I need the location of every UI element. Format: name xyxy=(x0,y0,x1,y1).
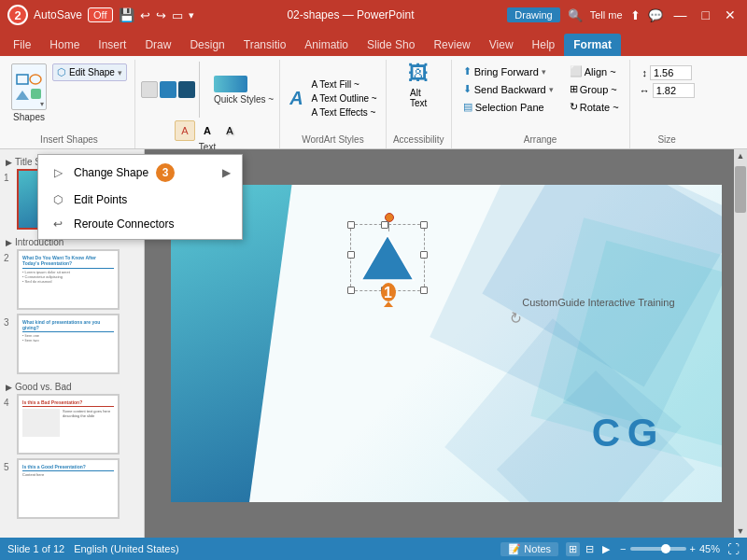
size-content: ↕ ↔ xyxy=(636,62,698,134)
slide-img-4[interactable]: Is this a Bad Presentation? Some content… xyxy=(17,394,120,455)
handle-top-right[interactable] xyxy=(420,221,428,229)
dropdown-edit-points[interactable]: ⬡ Edit Points xyxy=(38,188,242,212)
insert-shapes-content: ▾ Shapes ⬡ Edit Shape ▾ xyxy=(9,62,129,134)
qs-swatch-main[interactable] xyxy=(214,76,247,92)
rotate-btn[interactable]: ↻Rotate ~ xyxy=(567,99,622,115)
tab-insert[interactable]: Insert xyxy=(89,34,135,56)
send-backward-arrow[interactable]: ▾ xyxy=(549,85,554,94)
tab-format[interactable]: Format xyxy=(564,34,621,56)
handle-bot-right[interactable] xyxy=(420,287,428,294)
shapes-icon[interactable]: ▾ xyxy=(11,63,47,110)
search-label[interactable]: Tell me xyxy=(590,9,623,21)
align-btn[interactable]: ⬜Align ~ xyxy=(567,63,622,79)
handle-top-left[interactable] xyxy=(347,221,355,229)
slide-thumb-2[interactable]: 2 What Do You Want To Know After Today's… xyxy=(4,249,140,310)
text-outline-btn[interactable]: A xyxy=(197,120,218,141)
maximize-btn[interactable]: □ xyxy=(698,7,713,22)
undo-icon[interactable]: ↩ xyxy=(140,8,150,22)
dropdown-change-shape[interactable]: ▷ Change Shape 3 ▶ xyxy=(38,158,242,188)
selection-pane-btn[interactable]: ▤ Selection Pane xyxy=(459,99,557,115)
autosave-badge[interactable]: 2 xyxy=(7,5,28,25)
autosave-toggle[interactable]: Off xyxy=(88,7,112,22)
slide-thumb-4[interactable]: 4 Is this a Bad Presentation? Some conte… xyxy=(4,394,140,455)
fit-btn[interactable]: ⛶ xyxy=(727,542,740,556)
scroll-up-btn[interactable]: ▲ xyxy=(734,149,747,162)
text-effects-wordart-btn[interactable]: A Text Effects ~ xyxy=(309,106,380,119)
change-shape-icon: ▷ xyxy=(49,166,66,179)
view-normal-btn[interactable]: ⊞ xyxy=(566,542,580,556)
zoom-slider[interactable] xyxy=(630,547,686,551)
redo-icon[interactable]: ↪ xyxy=(156,8,166,22)
alt-text-btn[interactable]: 🖼 AltText xyxy=(408,62,429,108)
minimize-btn[interactable]: — xyxy=(670,7,691,22)
tab-animations[interactable]: Animatio xyxy=(295,34,358,56)
tab-home[interactable]: Home xyxy=(40,34,89,56)
arrange-col1: ⬆ Bring Forward ▾ ⬇ Send Backward ▾ ▤ Se… xyxy=(459,63,557,115)
slide-thumb-3[interactable]: 3 What kind of presentations are you giv… xyxy=(4,314,140,374)
tab-help[interactable]: Help xyxy=(523,34,565,56)
section-chevron-1: ▶ xyxy=(6,158,12,167)
height-input[interactable] xyxy=(650,65,692,80)
style-swatches: Quick Styles ~ xyxy=(141,62,274,118)
scroll-thumb[interactable] xyxy=(735,166,746,213)
tab-transitions[interactable]: Transitio xyxy=(234,34,296,56)
search-icon[interactable]: 🔍 xyxy=(568,8,583,22)
text-fill-wordart-btn[interactable]: A Text Fill ~ xyxy=(309,78,380,91)
shapes-button[interactable]: ▾ Shapes xyxy=(11,63,47,122)
slide-img-2[interactable]: What Do You Want To Know After Today's P… xyxy=(17,249,120,310)
slide-img-3[interactable]: What kind of presentations are you givin… xyxy=(17,314,120,374)
swatch-3[interactable] xyxy=(178,81,195,98)
tab-file[interactable]: File xyxy=(4,34,40,56)
dropdown-reroute[interactable]: ↩ Reroute Connectors xyxy=(38,212,242,236)
text-styles-group: A A A Text xyxy=(175,120,240,152)
text-fill-btn[interactable]: A xyxy=(175,120,195,141)
group-btn[interactable]: ⊞Group ~ xyxy=(567,81,622,97)
tab-design[interactable]: Design xyxy=(180,34,233,56)
bring-forward-btn[interactable]: ⬆ Bring Forward ▾ xyxy=(459,63,557,79)
ribbon-group-insert-shapes: ▾ Shapes ⬡ Edit Shape ▾ Insert Shapes xyxy=(4,60,135,148)
tab-draw[interactable]: Draw xyxy=(135,34,180,56)
s4-content: Some content text goes here describing t… xyxy=(22,409,114,437)
swatch-1[interactable] xyxy=(141,81,158,98)
text-effect-btn[interactable]: A xyxy=(219,120,240,141)
notes-label: Notes xyxy=(524,543,551,554)
handle-mid-right[interactable] xyxy=(420,251,428,259)
view-present-btn[interactable]: ▶ xyxy=(599,542,613,556)
tab-review[interactable]: Review xyxy=(424,34,479,56)
slide-canvas: 1 CustomGuide Interactive Training C G xyxy=(171,185,722,502)
close-btn[interactable]: ✕ xyxy=(721,7,740,22)
tab-view[interactable]: View xyxy=(480,34,523,56)
slide-num-1: 1 xyxy=(4,169,13,183)
width-input[interactable] xyxy=(653,83,695,98)
handle-bot-left[interactable] xyxy=(347,287,355,294)
quick-styles-label[interactable]: Quick Styles ~ xyxy=(214,94,274,105)
vertical-scrollbar[interactable]: ▲ ▼ xyxy=(734,149,747,538)
handle-top-mid[interactable] xyxy=(381,221,388,229)
tab-slideshow[interactable]: Slide Sho xyxy=(358,34,424,56)
text-outline-wordart-btn[interactable]: A Text Outline ~ xyxy=(309,92,380,105)
send-backward-btn[interactable]: ⬇ Send Backward ▾ xyxy=(459,81,557,97)
shapes-dropdown-arrow[interactable]: ▾ xyxy=(40,100,44,108)
notes-button[interactable]: 📝 Notes xyxy=(500,542,558,556)
view-grid-btn[interactable]: ⊟ xyxy=(583,542,597,556)
s4-img xyxy=(22,409,60,437)
scroll-down-btn[interactable]: ▼ xyxy=(734,525,747,538)
comments-icon[interactable]: 💬 xyxy=(648,8,663,22)
wordart-icon: A xyxy=(286,84,306,113)
zoom-in-btn[interactable]: + xyxy=(690,543,696,554)
edit-shape-btn[interactable]: ⬡ Edit Shape ▾ xyxy=(52,63,127,81)
shape-with-selection[interactable]: 1 xyxy=(358,231,417,284)
share-icon[interactable]: ⬆ xyxy=(630,8,641,22)
zoom-thumb[interactable] xyxy=(661,544,670,553)
zoom-out-btn[interactable]: − xyxy=(620,543,626,554)
present-icon[interactable]: ▭ xyxy=(172,8,183,22)
slide-img-5[interactable]: Is this a Good Presentation? Content her… xyxy=(17,458,120,519)
badge-1-label: 1 xyxy=(374,279,402,307)
slide-thumb-5[interactable]: 5 Is this a Good Presentation? Content h… xyxy=(4,458,140,519)
save-icon[interactable]: 💾 xyxy=(119,7,134,22)
bring-forward-arrow[interactable]: ▾ xyxy=(542,67,546,77)
selection-pane-icon: ▤ xyxy=(463,101,472,113)
handle-mid-left[interactable] xyxy=(347,251,355,259)
swatch-2[interactable] xyxy=(160,81,176,98)
view-btns: ⊞ ⊟ ▶ xyxy=(566,542,613,556)
